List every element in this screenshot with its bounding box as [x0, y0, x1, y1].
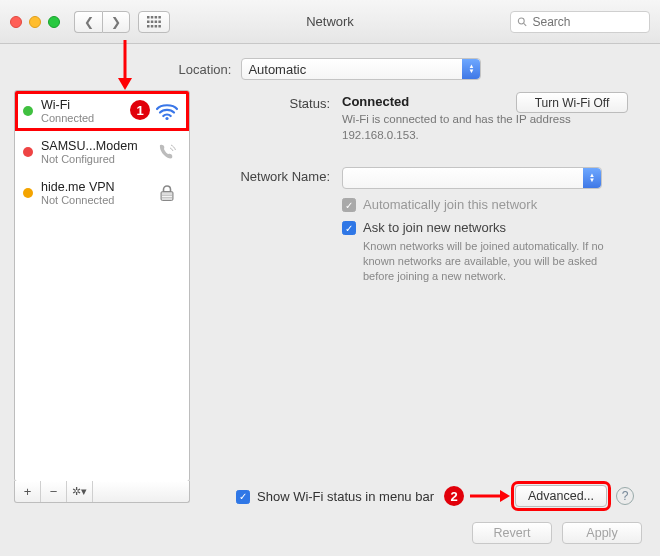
svg-rect-5 [151, 20, 154, 23]
status-value: Connected [342, 94, 409, 109]
forward-button[interactable]: ❯ [102, 11, 130, 33]
location-select[interactable]: Automatic ▲▼ [241, 58, 481, 80]
annotation-badge-2: 2 [444, 486, 464, 506]
auto-join-checkbox[interactable]: ✓ [342, 198, 356, 212]
service-name: SAMSU...Modem [41, 139, 145, 153]
services-sidebar: Wi-Fi Connected SAMSU...Modem Not Config… [14, 90, 190, 482]
detail-panel: Turn Wi-Fi Off Status: Connected Wi-Fi i… [190, 90, 646, 520]
close-window-button[interactable] [10, 16, 22, 28]
svg-rect-4 [147, 20, 150, 23]
bottom-bar: ✓ Show Wi-Fi status in menu bar 2 Advanc… [0, 484, 660, 544]
search-input[interactable] [533, 15, 643, 29]
turn-wifi-off-button[interactable]: Turn Wi-Fi Off [516, 92, 628, 113]
svg-point-14 [165, 117, 168, 120]
zoom-window-button[interactable] [48, 16, 60, 28]
search-field[interactable] [510, 11, 650, 33]
service-name: hide.me VPN [41, 180, 145, 194]
help-button[interactable]: ? [616, 487, 634, 505]
chevron-up-down-icon: ▲▼ [462, 59, 480, 79]
svg-rect-8 [147, 25, 150, 28]
svg-rect-9 [151, 25, 154, 28]
status-label: Status: [212, 94, 342, 143]
sidebar-item-vpn[interactable]: hide.me VPN Not Connected [15, 173, 189, 214]
svg-rect-11 [158, 25, 161, 28]
status-subtext: Wi-Fi is connected to and has the IP add… [342, 112, 612, 143]
svg-rect-6 [155, 20, 158, 23]
ask-join-help: Known networks will be joined automatica… [363, 239, 613, 284]
ask-join-checkbox[interactable]: ✓ [342, 221, 356, 235]
status-dot-red-icon [23, 147, 33, 157]
advanced-button[interactable]: Advanced... [515, 485, 607, 507]
svg-line-13 [524, 23, 526, 25]
service-status: Not Connected [41, 194, 145, 206]
location-label: Location: [179, 62, 232, 77]
revert-button[interactable]: Revert [472, 522, 552, 544]
lock-icon [153, 183, 181, 203]
svg-rect-2 [155, 16, 158, 19]
search-icon [517, 16, 528, 28]
sidebar-wrap: Wi-Fi Connected SAMSU...Modem Not Config… [14, 90, 190, 520]
nav-back-forward: ❮ ❯ [74, 11, 130, 33]
window-controls [10, 16, 60, 28]
phone-icon [153, 142, 181, 162]
status-dot-orange-icon [23, 188, 33, 198]
show-menubar-checkbox[interactable]: ✓ [236, 490, 250, 504]
network-name-select[interactable]: ▲▼ [342, 167, 602, 189]
show-all-prefs-button[interactable] [138, 11, 170, 33]
sidebar-item-modem[interactable]: SAMSU...Modem Not Configured [15, 132, 189, 173]
network-name-label: Network Name: [212, 167, 342, 189]
status-dot-green-icon [23, 106, 33, 116]
advanced-highlight: Advanced... [514, 484, 608, 508]
location-value: Automatic [248, 62, 306, 77]
annotation-arrow-2-icon [468, 487, 512, 505]
back-button[interactable]: ❮ [74, 11, 102, 33]
service-status: Not Configured [41, 153, 145, 165]
svg-rect-3 [158, 16, 161, 19]
svg-rect-7 [158, 20, 161, 23]
show-menubar-label: Show Wi-Fi status in menu bar [257, 489, 434, 504]
apply-button[interactable]: Apply [562, 522, 642, 544]
service-name: Wi-Fi [41, 98, 145, 112]
svg-rect-10 [155, 25, 158, 28]
svg-rect-1 [151, 16, 154, 19]
auto-join-label: Automatically join this network [363, 197, 537, 212]
titlebar: ❮ ❯ Network [0, 0, 660, 44]
location-row: Location: Automatic ▲▼ [0, 44, 660, 90]
service-status: Connected [41, 112, 145, 124]
main-body: Wi-Fi Connected SAMSU...Modem Not Config… [0, 90, 660, 520]
ask-join-label: Ask to join new networks [363, 220, 506, 235]
wifi-icon [153, 101, 181, 121]
sidebar-item-wifi[interactable]: Wi-Fi Connected [15, 91, 189, 132]
grid-icon [147, 16, 161, 28]
chevron-up-down-icon: ▲▼ [583, 168, 601, 188]
svg-point-12 [518, 18, 524, 24]
svg-rect-0 [147, 16, 150, 19]
minimize-window-button[interactable] [29, 16, 41, 28]
